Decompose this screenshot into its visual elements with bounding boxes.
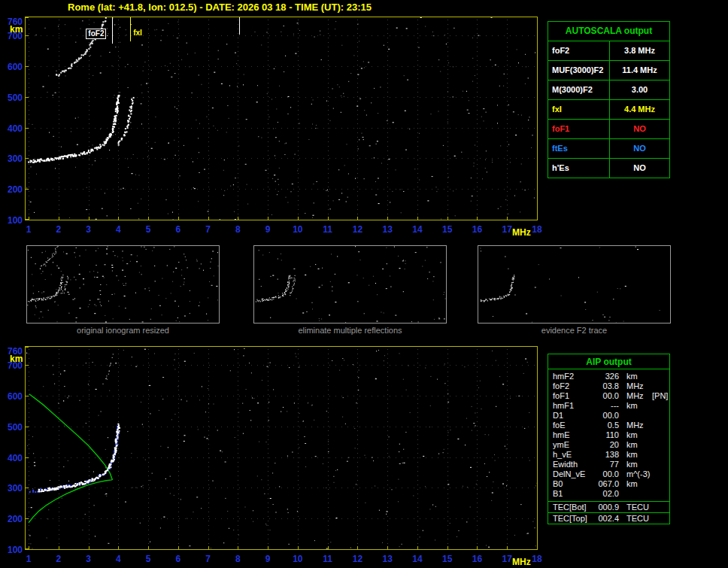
ionogram-canvas: [26, 347, 537, 549]
aip-panel-title: AIP output: [548, 354, 669, 369]
aip-row-extra: [651, 502, 652, 512]
y-tick-label: 400: [2, 453, 23, 463]
x-tick-label: 16: [469, 554, 485, 564]
x-tick-label: 15: [439, 224, 456, 235]
y-tick-label: 600: [2, 391, 23, 402]
x-tick-label: 14: [409, 554, 426, 564]
x-tick-label: 6: [170, 554, 187, 564]
aip-row: ymE20km: [548, 440, 669, 450]
aip-row-extra: [651, 450, 652, 460]
aip-row-value: 110: [595, 430, 619, 440]
autoscala-table-row: ftEsNO: [548, 138, 669, 158]
autoscala-row-label: ftEs: [548, 139, 610, 158]
thumbnail-caption-evidence: evidence F2 trace: [478, 326, 671, 335]
aip-row-extra: [651, 372, 652, 381]
aip-row-name: DelN_vE: [548, 469, 595, 479]
aip-row-unit: m^(-3): [619, 469, 651, 479]
x-axis-unit-label: MHz: [512, 557, 531, 567]
y-tick-label: 400: [2, 123, 23, 134]
y-tick-label: 200: [2, 514, 23, 524]
aip-row-unit: km: [619, 430, 651, 440]
aip-row: hmE110km: [548, 430, 669, 440]
autoscala-table-row: fxI4.4 MHz: [548, 99, 669, 119]
aip-row: hmF2326km: [548, 372, 669, 381]
aip-row-extra: [651, 401, 652, 411]
x-tick-label: 3: [80, 224, 97, 235]
aip-row: B102.0: [548, 489, 669, 499]
autoscala-row-label: fxI: [548, 100, 610, 119]
aip-row-extra: [651, 479, 652, 489]
aip-row: hmF1---km: [548, 401, 669, 411]
aip-row-value: 00.0: [595, 411, 619, 421]
aip-row: TEC[Bot]000.9TECU: [548, 501, 669, 512]
aip-row-unit: MHz: [619, 391, 651, 401]
aip-row-unit: km: [619, 479, 651, 489]
x-tick-label: 11: [320, 554, 336, 564]
y-tick-label: 100: [2, 215, 23, 226]
thumbnail-original-ionogram: [26, 245, 220, 323]
autoscala-table-row: foF1NO: [548, 119, 669, 138]
aip-row-value: 000.9: [595, 502, 619, 512]
x-tick-label: 8: [229, 554, 246, 564]
aip-row-name: D1: [548, 411, 595, 421]
x-tick-label: 14: [409, 224, 426, 235]
x-tick-label: 13: [379, 554, 396, 564]
aip-row-name: B1: [548, 489, 595, 499]
aip-row-name: foF2: [548, 381, 595, 391]
x-tick-label: 10: [290, 224, 306, 235]
aip-row-value: 326: [595, 372, 619, 381]
aip-row-name: foF1: [548, 391, 595, 401]
aip-row-name: TEC[Top]: [548, 513, 595, 524]
aip-row-name: Ewidth: [548, 460, 595, 469]
x-tick-label: 7: [200, 554, 217, 564]
autoscala-table-row: foF23.8 MHz: [548, 41, 669, 60]
x-tick-label: 6: [170, 224, 187, 235]
y-axis-unit-label: km: [10, 354, 23, 364]
x-tick-label: 3: [80, 554, 97, 564]
autoscala-table-row: MUF(3000)F211.4 MHz: [548, 60, 669, 80]
aip-row-unit: TECU: [619, 502, 651, 512]
aip-row-value: 00.0: [595, 391, 619, 401]
main-ionogram-plot: foF2fxI: [25, 17, 538, 220]
aip-row: B0067.0km: [548, 479, 669, 489]
aip-row: h_vE138km: [548, 450, 669, 460]
thumbnail-eliminate-reflections: [253, 245, 447, 323]
x-tick-label: 10: [290, 554, 306, 564]
aip-row-extra: [651, 440, 652, 450]
autoscala-row-label: foF1: [548, 120, 610, 138]
fxi-marker-label: fxI: [133, 29, 142, 38]
aip-row-name: h_vE: [548, 450, 595, 460]
fof2-marker-label: foF2: [86, 29, 106, 39]
autoscala-row-label: MUF(3000)F2: [548, 61, 610, 80]
autoscala-table-row: M(3000)F23.00: [548, 80, 669, 99]
aip-row-unit: km: [619, 372, 651, 381]
thumbnail-evidence-f2-trace: [478, 245, 671, 323]
autoscala-row-value: 4.4 MHz: [610, 100, 669, 119]
aip-row-extra: [651, 381, 652, 391]
aip-output-panel: AIP output hmF2326kmfoF203.8MHzfoF100.0M…: [548, 354, 670, 524]
aip-row-unit: km: [619, 401, 651, 411]
autoscala-row-value: NO: [610, 139, 669, 158]
x-tick-label: 4: [110, 554, 126, 564]
autoscala-row-value: NO: [610, 120, 669, 138]
x-tick-label: 2: [50, 554, 67, 564]
aip-row-name: hmE: [548, 430, 595, 440]
aip-parameter-rows: hmF2326kmfoF203.8MHzfoF100.0MHz[PN]hmF1-…: [548, 369, 669, 501]
aip-row-name: B0: [548, 479, 595, 489]
x-tick-label: 9: [259, 554, 276, 564]
aip-row: DelN_vE00.0m^(-3): [548, 469, 669, 479]
aip-row-extra: [PN]: [651, 391, 668, 401]
y-tick-label: 500: [2, 422, 23, 433]
aip-row-extra: [651, 489, 652, 499]
ionogram-canvas: [27, 246, 219, 323]
aip-row-unit: MHz: [619, 381, 651, 391]
x-tick-label: 1: [20, 224, 37, 235]
y-tick-label: 200: [2, 184, 23, 195]
x-tick-label: 16: [469, 224, 485, 235]
aip-row-unit: [619, 411, 651, 421]
x-tick-label: 18: [529, 224, 545, 235]
x-tick-label: 1: [20, 554, 37, 564]
aip-row-value: 02.0: [595, 489, 619, 499]
x-tick-label: 18: [529, 554, 545, 564]
aip-row-value: 067.0: [595, 479, 619, 489]
